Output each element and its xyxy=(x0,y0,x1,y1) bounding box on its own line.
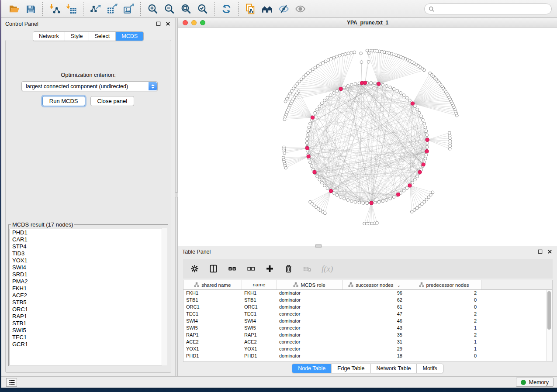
table-cell[interactable]: FKH1 xyxy=(183,289,242,296)
table-cell[interactable]: SWI5 xyxy=(242,324,277,331)
network-node[interactable] xyxy=(402,94,405,97)
network-node[interactable] xyxy=(425,153,428,156)
table-cell[interactable]: ORC1 xyxy=(242,303,277,310)
save-session-button[interactable] xyxy=(22,1,39,16)
mcds-result-item[interactable]: SRD1 xyxy=(10,271,167,278)
network-node[interactable] xyxy=(448,131,451,134)
import-table-button[interactable] xyxy=(63,1,80,16)
table-cell[interactable]: SWI4 xyxy=(242,317,277,324)
horizontal-splitter-grip[interactable] xyxy=(315,244,322,248)
delete-table-button[interactable] xyxy=(303,264,312,273)
network-node[interactable] xyxy=(418,111,421,114)
network-node[interactable] xyxy=(374,82,377,85)
network-node[interactable] xyxy=(344,52,347,55)
network-node[interactable] xyxy=(350,83,353,86)
network-node[interactable] xyxy=(326,187,329,190)
network-node[interactable] xyxy=(316,175,319,178)
network-node[interactable] xyxy=(310,165,313,168)
network-node[interactable] xyxy=(332,56,336,59)
table-cell[interactable]: 0 xyxy=(407,303,481,310)
table-cell[interactable] xyxy=(481,317,552,324)
mcds-hub-node[interactable] xyxy=(307,155,310,158)
table-cell[interactable]: 1 xyxy=(407,345,481,352)
network-node[interactable] xyxy=(426,134,429,137)
table-scrollbar-thumb[interactable] xyxy=(547,291,551,330)
table-cell[interactable] xyxy=(481,296,552,303)
network-node[interactable] xyxy=(314,111,317,114)
network-node[interactable] xyxy=(389,86,392,89)
open-session-button[interactable] xyxy=(6,1,22,16)
table-row[interactable]: SWI4SWI4dominator462 xyxy=(183,317,552,324)
network-node[interactable] xyxy=(354,83,357,86)
network-node[interactable] xyxy=(366,49,369,52)
float-panel-icon[interactable] xyxy=(155,21,162,27)
table-cell[interactable] xyxy=(481,324,552,331)
network-node[interactable] xyxy=(424,126,427,129)
network-node[interactable] xyxy=(283,151,286,155)
table-row[interactable]: ACE2ACE2connector311 xyxy=(183,338,552,345)
mcds-result-item[interactable]: SWI5 xyxy=(10,327,167,334)
network-node[interactable] xyxy=(347,52,350,55)
network-window-titlebar[interactable]: YPA_prune.txt_1 xyxy=(178,18,557,28)
table-cell[interactable]: 0 xyxy=(407,352,481,359)
table-cell[interactable]: RAP1 xyxy=(242,331,277,338)
network-node[interactable] xyxy=(399,92,402,95)
table-cell[interactable]: connector xyxy=(277,310,342,317)
show-columns-button[interactable] xyxy=(209,264,218,273)
table-cell[interactable]: 47 xyxy=(342,310,407,317)
table-cell[interactable]: 0 xyxy=(407,296,481,303)
mcds-hub-node[interactable] xyxy=(363,81,367,85)
table-cell[interactable]: ORC1 xyxy=(183,303,242,310)
network-node[interactable] xyxy=(413,105,416,108)
tab-node-table[interactable]: Node Table xyxy=(292,364,332,373)
network-node[interactable] xyxy=(309,122,312,125)
network-node[interactable] xyxy=(376,221,379,224)
network-node[interactable] xyxy=(324,60,327,63)
table-cell[interactable]: RAP1 xyxy=(183,331,242,338)
network-node[interactable] xyxy=(366,202,369,205)
table-row[interactable]: RAP1RAP1dominator352 xyxy=(183,331,552,338)
network-graph[interactable] xyxy=(178,28,557,246)
mcds-result-item[interactable]: CAR1 xyxy=(10,236,167,243)
table-scrollbar[interactable] xyxy=(546,290,552,361)
network-node[interactable] xyxy=(423,200,426,203)
table-cell[interactable]: dominator xyxy=(277,317,342,324)
network-node[interactable] xyxy=(426,141,429,144)
network-node[interactable] xyxy=(367,60,370,63)
apply-preferred-layout-button[interactable] xyxy=(218,1,235,16)
table-cell[interactable]: 43 xyxy=(342,324,407,331)
network-node[interactable] xyxy=(389,197,392,200)
network-node[interactable] xyxy=(431,191,434,194)
table-cell[interactable]: ACE2 xyxy=(183,338,242,345)
delete-column-button[interactable] xyxy=(284,264,293,273)
window-minimize-button[interactable] xyxy=(191,20,197,25)
network-node[interactable] xyxy=(402,189,405,192)
table-cell[interactable]: dominator xyxy=(277,303,342,310)
network-node[interactable] xyxy=(420,203,423,206)
network-node[interactable] xyxy=(306,134,309,137)
table-row[interactable]: ORC1ORC1dominator610 xyxy=(183,303,552,310)
table-cell[interactable]: TEC1 xyxy=(242,310,277,317)
network-node[interactable] xyxy=(416,175,419,178)
column-header-name[interactable]: name xyxy=(242,280,277,289)
network-node[interactable] xyxy=(285,97,288,100)
network-node[interactable] xyxy=(429,72,432,75)
hide-graphics-details-button[interactable] xyxy=(275,1,292,16)
network-node[interactable] xyxy=(354,200,357,203)
tab-select[interactable]: Select xyxy=(89,32,116,41)
mcds-hub-node[interactable] xyxy=(370,201,373,205)
network-node[interactable] xyxy=(332,92,335,95)
network-node[interactable] xyxy=(413,209,416,212)
mcds-hub-node[interactable] xyxy=(408,184,412,187)
tab-style[interactable]: Style xyxy=(65,32,89,41)
table-cell[interactable]: PHD1 xyxy=(242,352,277,359)
table-cell[interactable]: YOX1 xyxy=(183,345,242,352)
table-cell[interactable]: dominator xyxy=(277,296,342,303)
network-node[interactable] xyxy=(381,199,384,203)
table-options-button[interactable] xyxy=(190,264,199,273)
table-row[interactable]: SWI5SWI5connector431 xyxy=(183,324,552,331)
column-header-predecessor-nodes[interactable]: predecessor nodes xyxy=(407,280,481,289)
table-cell[interactable]: 18 xyxy=(342,352,407,359)
table-cell[interactable]: TEC1 xyxy=(183,310,242,317)
table-row[interactable]: TEC1TEC1connector472 xyxy=(183,310,552,317)
